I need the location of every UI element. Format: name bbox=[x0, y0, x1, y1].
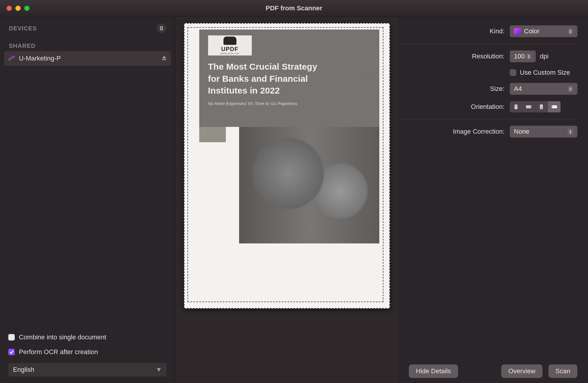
image-correction-row: Image Correction: None ▲▼ bbox=[398, 126, 577, 138]
svg-point-5 bbox=[541, 108, 542, 109]
window-title: PDF from Scanner bbox=[266, 4, 322, 12]
custom-size-row: Use Custom Size bbox=[398, 69, 577, 76]
device-name: U-Marketing-P bbox=[19, 55, 61, 62]
orientation-landscape-left[interactable] bbox=[548, 101, 561, 112]
ocr-label: Perform OCR after creation bbox=[19, 348, 98, 356]
sidebar-item-device[interactable]: U-Marketing-P bbox=[4, 51, 171, 66]
window-controls bbox=[0, 6, 30, 11]
kind-select[interactable]: Color ▲▼ bbox=[510, 25, 577, 37]
size-row: Size: A4 ▲▼ bbox=[398, 83, 577, 95]
orientation-segmented[interactable] bbox=[510, 101, 561, 112]
scan-settings: Kind: Color ▲▼ Resolution: 100 bbox=[398, 17, 588, 359]
kind-row: Kind: Color ▲▼ bbox=[398, 25, 577, 44]
combine-checkbox[interactable] bbox=[8, 334, 15, 341]
updown-icon: ▲▼ bbox=[568, 28, 573, 34]
orientation-portrait-up[interactable] bbox=[510, 101, 522, 112]
language-select[interactable]: English ▼ bbox=[8, 363, 167, 377]
document-photo bbox=[239, 127, 379, 243]
image-correction-select[interactable]: None ▲▼ bbox=[510, 126, 577, 138]
size-value: A4 bbox=[514, 85, 522, 93]
scanner-icon bbox=[8, 55, 15, 62]
hide-details-button[interactable]: Hide Details bbox=[409, 364, 458, 378]
maximize-icon[interactable] bbox=[24, 6, 30, 11]
image-correction-label: Image Correction: bbox=[398, 128, 504, 135]
devices-count-badge: 0 bbox=[157, 24, 166, 33]
ocr-checkbox-row[interactable]: Perform OCR after creation bbox=[8, 348, 167, 356]
language-value: English bbox=[13, 366, 34, 374]
footer-bar: Hide Details Overview Scan bbox=[398, 359, 588, 383]
chevron-down-icon: ▼ bbox=[156, 366, 162, 374]
combine-checkbox-row[interactable]: Combine into single document bbox=[8, 333, 167, 341]
combine-label: Combine into single document bbox=[19, 333, 106, 341]
eject-icon[interactable] bbox=[161, 55, 167, 62]
scanned-document: UPDF WWW.UPDF.COM The Most Crucial Strat… bbox=[199, 30, 379, 243]
size-select[interactable]: A4 ▲▼ bbox=[510, 83, 577, 95]
orientation-label: Orientation: bbox=[398, 103, 504, 111]
handwritten-annotation: achel bbox=[359, 72, 373, 81]
size-label: Size: bbox=[398, 85, 504, 93]
sidebar: DEVICES 0 SHARED U-Marketing-P bbox=[0, 17, 175, 383]
kind-value: Color bbox=[524, 27, 540, 35]
svg-point-1 bbox=[516, 105, 517, 106]
resolution-value: 100 bbox=[514, 53, 525, 60]
preview-pane: UPDF WWW.UPDF.COM The Most Crucial Strat… bbox=[175, 17, 398, 383]
orientation-portrait-down[interactable] bbox=[535, 101, 548, 112]
overview-button[interactable]: Overview bbox=[501, 364, 543, 378]
resolution-select[interactable]: 100 ▲▼ bbox=[510, 50, 536, 62]
logo-url: WWW.UPDF.COM bbox=[220, 53, 239, 55]
orientation-row: Orientation: bbox=[398, 101, 577, 119]
custom-size-checkbox-row[interactable]: Use Custom Size bbox=[510, 69, 570, 76]
scan-button[interactable]: Scan bbox=[548, 364, 577, 378]
image-correction-value: None bbox=[514, 128, 530, 135]
svg-point-7 bbox=[552, 107, 553, 107]
updown-icon: ▲▼ bbox=[526, 53, 532, 59]
scan-preview[interactable]: UPDF WWW.UPDF.COM The Most Crucial Strat… bbox=[184, 23, 390, 309]
orientation-landscape-right[interactable] bbox=[522, 101, 535, 112]
devices-label: DEVICES bbox=[9, 25, 37, 32]
close-icon[interactable] bbox=[6, 6, 12, 11]
custom-size-label: Use Custom Size bbox=[520, 69, 570, 76]
resolution-row: Resolution: 100 ▲▼ dpi bbox=[398, 50, 577, 62]
updown-icon: ▲▼ bbox=[568, 86, 573, 92]
devices-section-header: DEVICES 0 bbox=[4, 22, 171, 35]
shared-section-header: SHARED bbox=[4, 41, 171, 51]
ocr-checkbox[interactable] bbox=[8, 349, 15, 355]
document-subtitle: No More Expenses! It's Time to Go Paperl… bbox=[208, 101, 370, 106]
svg-point-3 bbox=[530, 107, 531, 107]
resolution-unit: dpi bbox=[540, 53, 548, 60]
updown-icon: ▲▼ bbox=[568, 129, 573, 135]
document-title: The Most Crucial Strategy for Banks and … bbox=[208, 61, 370, 97]
shared-label: SHARED bbox=[9, 42, 35, 49]
custom-size-checkbox[interactable] bbox=[510, 69, 516, 76]
minimize-icon[interactable] bbox=[15, 6, 21, 11]
kind-label: Kind: bbox=[398, 27, 504, 35]
color-swatch-icon bbox=[514, 28, 521, 35]
resolution-label: Resolution: bbox=[398, 53, 504, 60]
svg-rect-0 bbox=[514, 104, 517, 109]
logo-text: UPDF bbox=[221, 46, 238, 53]
svg-rect-4 bbox=[540, 104, 543, 109]
title-bar: PDF from Scanner bbox=[0, 0, 588, 17]
logo-badge: UPDF WWW.UPDF.COM bbox=[208, 35, 252, 55]
